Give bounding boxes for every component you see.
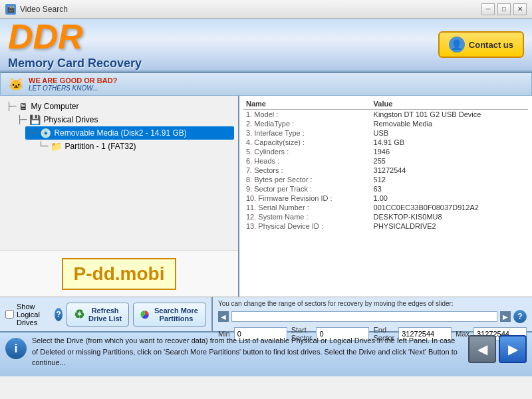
table-row: 11. Serial Number :001CC0EC33B0F08037D91… [243, 203, 528, 212]
show-logical-drives-checkbox[interactable] [5, 310, 14, 319]
close-button[interactable]: ✕ [513, 3, 527, 15]
show-logical-drives-text: Show Logical Drives [17, 303, 51, 327]
table-row: 5. Cylinders :1946 [243, 147, 528, 156]
status-bar: i Select the Drive (from which you want … [0, 331, 532, 376]
computer-icon: 🖥 [19, 101, 28, 112]
table-row: 1. Model :Kingston DT 101 G2 USB Device [243, 110, 528, 120]
table-row: 6. Heads :255 [243, 156, 528, 166]
info-value-cell: 512 [371, 175, 528, 184]
table-row: 12. System Name :DESKTOP-KIS0MU8 [243, 212, 528, 221]
partition-icon: 📁 [51, 141, 62, 152]
info-name-cell: 7. Sectors : [243, 166, 371, 175]
slider-track: ◀ ▶ ? [218, 310, 527, 323]
action-buttons-row: Show Logical Drives ? ♻ Refresh Drive Li… [0, 297, 532, 331]
info-name-cell: 8. Bytes per Sector : [243, 175, 371, 184]
rating-icon: 🐱 [9, 77, 23, 92]
my-computer-label: My Computer [31, 102, 78, 111]
tree-connector-4: └─ [39, 142, 48, 151]
tree-item-physical-drives[interactable]: ├─ 💾 Physical Drives [15, 113, 234, 126]
tree-item-my-computer[interactable]: ├─ 🖥 My Computer [4, 100, 234, 113]
header: DDR Memory Card Recovery 👤 Contact us [0, 19, 532, 72]
table-row: 7. Sectors :31272544 [243, 166, 528, 175]
help-button[interactable]: ? [55, 308, 63, 321]
search-more-partitions-label: Search More Partitions [154, 307, 199, 323]
app-icon: 🎬 [5, 4, 16, 15]
rating-main-text: WE ARE GOOD OR BAD? [29, 76, 117, 84]
title-text: Video Search [20, 5, 68, 14]
info-value-cell: 14.91 GB [371, 138, 528, 147]
tree-item-partition1[interactable]: └─ 📁 Partition - 1 (FAT32) [36, 140, 234, 153]
table-row: 9. Sector per Track :63 [243, 184, 528, 194]
info-value-cell: 1946 [371, 147, 528, 156]
slider-bar[interactable] [231, 311, 497, 322]
info-value-cell: PHYSICALDRIVE2 [371, 221, 528, 231]
tree-connector: ├─ [7, 102, 16, 111]
removable-icon: 💿 [40, 128, 51, 138]
next-button[interactable]: ▶ [499, 335, 527, 363]
sector-controls: You can change the range of sectors for … [213, 297, 532, 331]
info-name-cell: 6. Heads : [243, 156, 371, 166]
tree-connector-3: ├─ [28, 128, 37, 138]
title-bar-left: 🎬 Video Search [5, 4, 68, 15]
info-value-cell: 1.00 [371, 194, 528, 203]
sector-description: You can change the range of sectors for … [218, 300, 527, 307]
info-table: Name Value 1. Model :Kingston DT 101 G2 … [243, 98, 528, 231]
right-column: Name Value 1. Model :Kingston DT 101 G2 … [239, 96, 532, 297]
header-right: 👤 Contact us [438, 31, 524, 58]
left-column: ├─ 🖥 My Computer ├─ 💾 Physical Drives ├─… [0, 96, 239, 297]
contact-button[interactable]: 👤 Contact us [438, 31, 524, 58]
prev-button[interactable]: ◀ [468, 335, 496, 363]
refresh-drive-list-label: Refresh Drive List [88, 307, 122, 323]
minimize-button[interactable]: ─ [481, 3, 495, 15]
info-name-cell: 1. Model : [243, 110, 371, 120]
info-value-cell: Removable Media [371, 119, 528, 128]
table-row: 13. Physical Device ID :PHYSICALDRIVE2 [243, 221, 528, 231]
rating-text: WE ARE GOOD OR BAD? LET OTHERS KNOW... [29, 76, 117, 92]
watermark-area: P-dd.mobi [0, 250, 238, 297]
table-row: 4. Capacity(size) :14.91 GB [243, 138, 528, 147]
refresh-icon: ♻ [74, 307, 84, 323]
drives-icon: 💾 [29, 114, 41, 125]
contact-label: Contact us [469, 40, 513, 50]
rating-sub-text: LET OTHERS KNOW... [29, 84, 117, 92]
status-text: Select the Drive (from which you want to… [32, 335, 463, 368]
tree-area: ├─ 🖥 My Computer ├─ 💾 Physical Drives ├─… [0, 96, 238, 250]
info-name-cell: 3. Interface Type : [243, 128, 371, 138]
header-left: DDR Memory Card Recovery [8, 19, 142, 70]
rating-banner: 🐱 WE ARE GOOD OR BAD? LET OTHERS KNOW... [0, 72, 532, 96]
table-row: 10. Firmware Revision ID :1.00 [243, 194, 528, 203]
physical-drives-label: Physical Drives [43, 115, 98, 124]
slider-left-arrow[interactable]: ◀ [218, 311, 229, 322]
info-name-cell: 4. Capacity(size) : [243, 138, 371, 147]
refresh-drive-list-button[interactable]: ♻ Refresh Drive List [66, 303, 130, 327]
title-bar-controls: ─ □ ✕ [481, 3, 527, 15]
slider-right-arrow[interactable]: ▶ [500, 311, 511, 322]
info-name-cell: 9. Sector per Track : [243, 184, 371, 194]
search-more-partitions-button[interactable]: Search More Partitions [133, 303, 206, 327]
product-title: Memory Card Recovery [8, 57, 142, 70]
table-row: 2. MediaType :Removable Media [243, 119, 528, 128]
info-value-cell: 63 [371, 184, 528, 194]
left-actions: Show Logical Drives ? ♻ Refresh Drive Li… [0, 297, 213, 331]
info-value-cell: 001CC0EC33B0F08037D912A2 [371, 203, 528, 212]
show-logical-drives-label[interactable]: Show Logical Drives [5, 303, 51, 327]
info-value-cell: 255 [371, 156, 528, 166]
sector-help-button[interactable]: ? [513, 310, 527, 323]
info-value-cell: 31272544 [371, 166, 528, 175]
info-value-cell: DESKTOP-KIS0MU8 [371, 212, 528, 221]
contact-icon: 👤 [449, 37, 465, 53]
tree-connector-2: ├─ [17, 115, 27, 124]
info-value-cell: USB [371, 128, 528, 138]
info-panel: Name Value 1. Model :Kingston DT 101 G2 … [239, 96, 532, 297]
table-row: 3. Interface Type :USB [243, 128, 528, 138]
info-name-cell: 12. System Name : [243, 212, 371, 221]
maximize-button[interactable]: □ [497, 3, 511, 15]
watermark-text: P-dd.mobi [62, 258, 177, 290]
tree-item-removable-media[interactable]: ├─ 💿 Removable Media (Disk2 - 14.91 GB) [25, 126, 234, 140]
info-icon: i [5, 338, 27, 359]
value-header: Value [371, 98, 528, 110]
info-name-cell: 13. Physical Device ID : [243, 221, 371, 231]
main-panels: ├─ 🖥 My Computer ├─ 💾 Physical Drives ├─… [0, 96, 532, 297]
pie-icon [140, 307, 150, 323]
nav-buttons: ◀ ▶ [468, 335, 527, 363]
